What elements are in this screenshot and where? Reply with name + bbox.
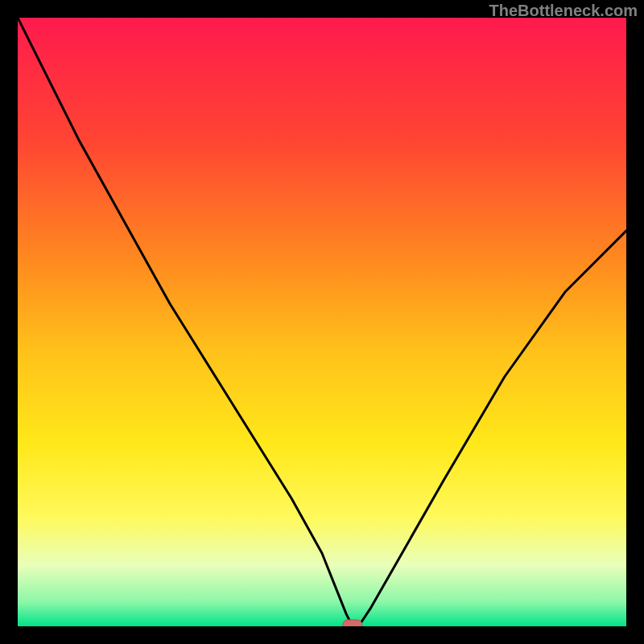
plot-area [18,18,626,626]
chart-frame: TheBottleneck.com [0,0,644,644]
watermark-text: TheBottleneck.com [489,2,638,20]
gradient-background [18,18,626,626]
bottleneck-chart [18,18,626,626]
optimum-marker [343,620,362,626]
